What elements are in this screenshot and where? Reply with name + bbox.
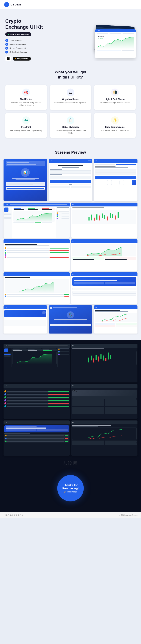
screen-wallet [71, 272, 137, 304]
watermark-area: 志设网 [4, 457, 137, 468]
light-dark-icon: 🌗 [111, 88, 119, 96]
feature-card-title: Global Styleguide [53, 126, 88, 128]
screen-body [4, 348, 70, 367]
mockup-front: $42,158.32 ▲ +3.24% [95, 29, 136, 58]
screen-header [4, 272, 70, 276]
organized-layer-icon: 🗂 [67, 88, 74, 96]
screen-dashboard-1 [4, 202, 70, 238]
screen-analysis [94, 305, 137, 334]
footer-right: 志设网-www.zs9.com [119, 514, 137, 516]
screen-body [71, 243, 137, 261]
header: C CYGEN [0, 0, 141, 9]
dark-screen-dashboard [4, 344, 70, 382]
screen-body [71, 206, 137, 226]
screen-body [94, 309, 137, 328]
screen-header [4, 420, 70, 424]
dark-screens-section: ');"> [0, 340, 141, 512]
styleguide-icon: 📋 [67, 116, 74, 124]
feature-card-desc: Available in both light and dark themes. [97, 102, 133, 104]
feature-card-light-dark: 🌗 Light & Dark Theme Available in both l… [94, 85, 136, 110]
thanks-sub: 🚀 Take Design [64, 491, 78, 493]
feature-card-title: Easy Customizable [97, 126, 133, 128]
check-icon: ✓ [5, 39, 8, 42]
screen-body [49, 163, 92, 189]
badge-dot [8, 34, 9, 35]
screen-body [4, 388, 70, 408]
footer-left: 分享好作品 天天拿收益 [4, 514, 24, 516]
screen-header [4, 344, 70, 348]
screens-row-1: 📊 [4, 159, 137, 201]
feature-list: ✓ 120+ Screens ✓ Fully Customizable ✓ Re… [5, 39, 63, 54]
check-icon: ✓ [5, 47, 8, 50]
screen-header [49, 159, 92, 163]
svg-marker-5 [16, 213, 52, 222]
screen-header [71, 272, 137, 276]
feature-card-title: Light & Dark Theme [97, 98, 133, 100]
feature-card-title: Pixel Perfect [8, 98, 44, 100]
dark-screens-row-3 [4, 420, 137, 456]
hero-mockup: BTC/USDT ▲ 2.34% [66, 24, 136, 61]
screens-row-3 [4, 239, 137, 271]
screen-body [4, 243, 70, 260]
thanks-circle: Thanks for Purchasing! 🚀 Take Design [57, 475, 84, 502]
screen-login-blue: 📊 [4, 159, 47, 201]
screen-header [71, 202, 137, 206]
feature-card-free-font: Aa Free Font Free amazing font for Inter… [5, 113, 47, 138]
feature-card-customizable: ✨ Easy Customizable With easy scheme to … [94, 113, 136, 138]
screen-body [4, 206, 70, 238]
screen-header [71, 384, 137, 388]
svg-text:▲ +3.24%: ▲ +3.24% [98, 38, 103, 39]
dark-screen-portfolio [4, 384, 70, 419]
figma-icon: 🅵 [7, 57, 10, 60]
screen-header [4, 239, 70, 243]
hero-right: BTC/USDT ▲ 2.34% [66, 16, 136, 61]
dark-screen-news: ');"> [71, 384, 137, 419]
svg-marker-32 [17, 354, 52, 364]
feature-card-desc: Flawless and Precision-crafty on even mu… [8, 102, 44, 106]
feature-card-desc: With easy scheme to Customizable! [97, 129, 133, 132]
feature-card-desc: Free amazing font for Inter Display Fami… [8, 129, 44, 132]
screen-header [94, 159, 137, 163]
screen-body [71, 276, 137, 296]
screen-header [94, 305, 137, 309]
screen-crypto-hero: 💱 [49, 305, 92, 334]
feature-card-organized-layer: 🗂 Organized Layer Top to detail, grouped… [50, 85, 91, 110]
footer: 分享好作品 天天拿收益 志设网-www.zs9.com [0, 512, 141, 518]
feature-item: ✓ 120+ Screens [5, 39, 63, 42]
hero-section: CryptoExchange UI Kit Dark Mode Availabl… [0, 9, 141, 61]
feature-item: ✓ Fully Customizable [5, 43, 63, 46]
screen-header [71, 420, 137, 424]
screen-trade [71, 239, 137, 271]
figma-badge: 🅵 [5, 56, 11, 61]
dark-screens-row-2: ');"> [4, 384, 137, 419]
screen-login-phone [94, 159, 137, 201]
screen-body: ');"> [71, 388, 137, 415]
free-font-icon: Aa [22, 116, 30, 124]
feature-item: ✓ Style Guide Included [5, 51, 63, 54]
dark-screen-analysis [71, 420, 137, 456]
feature-card-pixel-perfect: 🎯 Pixel Perfect Flawless and Precision-c… [5, 85, 47, 110]
brand-name: CYGEN [11, 3, 21, 6]
screen-body [4, 276, 70, 298]
svg-text:$42,158.32: $42,158.32 [98, 36, 104, 37]
screen-header [4, 305, 47, 309]
feature-card-title: Free Font [8, 126, 44, 128]
screen-body [71, 348, 137, 368]
screen-body [94, 163, 137, 187]
ui8-dot [15, 58, 16, 59]
screen-header [4, 202, 70, 206]
dark-screens-row-1 [4, 344, 137, 382]
feature-card-styleguide: 📋 Global Styleguide Consistent design wi… [50, 113, 91, 138]
screen-market [4, 272, 70, 304]
feature-card-desc: Consistent design with the well and clea… [53, 129, 88, 134]
rocket-icon: 🚀 [64, 491, 66, 493]
dark-screen-charts [71, 344, 137, 382]
dark-screen-wallet [4, 420, 70, 456]
screen-header [71, 239, 137, 243]
screen-body [71, 424, 137, 446]
thanks-title: Thanks for Purchasing! [57, 484, 84, 490]
bottom-badges: 🅵 Only On UI8 [5, 56, 63, 61]
screens-row-2 [4, 202, 137, 238]
feature-card-desc: Top to detail, grouped with well organiz… [53, 102, 88, 104]
screen-header [71, 344, 137, 348]
